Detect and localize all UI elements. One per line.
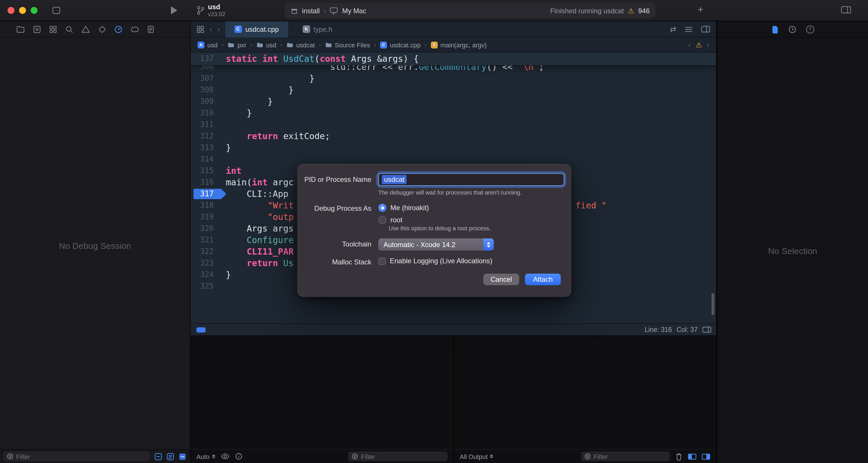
- previous-issue-button[interactable]: ‹: [688, 41, 690, 48]
- editor-scrollbar[interactable]: [712, 293, 714, 315]
- debug-process-as-label: Debug Process As: [298, 204, 371, 212]
- selected-text: usdcat: [382, 175, 407, 184]
- destination-name[interactable]: My Mac: [342, 7, 366, 15]
- report-navigator-icon[interactable]: [147, 25, 154, 33]
- navigator-filter-field[interactable]: Filter: [3, 452, 150, 461]
- line-number[interactable]: 307: [191, 73, 218, 84]
- close-window-button[interactable]: [7, 7, 14, 14]
- run-button[interactable]: [171, 6, 177, 14]
- toolchain-popup[interactable]: Automatic - Xcode 14.2: [378, 238, 494, 251]
- find-navigator-icon[interactable]: [65, 25, 73, 33]
- swap-editor-icon[interactable]: ⇄: [670, 25, 676, 33]
- line-number[interactable]: 315: [191, 165, 218, 177]
- test-navigator-icon[interactable]: [98, 25, 106, 33]
- code-text: }: [218, 84, 294, 96]
- add-tab-button[interactable]: +: [698, 4, 704, 15]
- code-text: Configure: [218, 234, 294, 246]
- line-number[interactable]: 318: [191, 200, 218, 211]
- cursor-col-indicator: Col: 37: [677, 326, 698, 333]
- code-text: [218, 280, 226, 292]
- adjust-editor-icon[interactable]: [684, 26, 693, 33]
- breadcrumb-function[interactable]: fmain(argc, argv): [431, 41, 487, 48]
- tab-overview-icon[interactable]: [52, 6, 61, 14]
- filter-flagged-button[interactable]: [154, 452, 162, 460]
- line-number[interactable]: 319: [191, 211, 218, 223]
- variables-filter-field[interactable]: Filter: [348, 452, 447, 461]
- history-inspector-icon[interactable]: [788, 25, 796, 33]
- variables-scope-popup[interactable]: Auto: [196, 453, 215, 460]
- console-pane-toggle-icon[interactable]: [702, 453, 710, 460]
- pid-caption: The debugger will wait for processes tha…: [378, 189, 522, 196]
- line-number[interactable]: 323: [191, 258, 218, 269]
- minimap-toggle-icon[interactable]: [702, 326, 712, 333]
- line-number[interactable]: 313: [191, 142, 218, 154]
- project-version: v23.02: [208, 11, 225, 18]
- filter-placeholder: Filter: [16, 453, 30, 460]
- next-issue-button[interactable]: ›: [707, 41, 709, 48]
- line-number[interactable]: 308: [191, 84, 218, 96]
- debug-navigator-icon[interactable]: [114, 25, 122, 33]
- malloc-logging-checkbox[interactable]: [378, 258, 386, 265]
- filter-crashed-button[interactable]: [179, 452, 187, 460]
- console-scope-popup[interactable]: All Output: [460, 453, 494, 460]
- breadcrumb-source-files[interactable]: Source Files: [325, 41, 370, 48]
- back-button[interactable]: ‹: [210, 25, 212, 33]
- info-icon[interactable]: [235, 453, 242, 460]
- quick-help-inspector-icon[interactable]: ?: [806, 25, 814, 33]
- line-number[interactable]: 322: [191, 246, 218, 258]
- project-icon: A: [197, 41, 205, 48]
- filter-recent-button[interactable]: [166, 452, 175, 460]
- line-number[interactable]: 321: [191, 234, 218, 246]
- toolchain-value: Automatic - Xcode 14.2: [383, 240, 455, 249]
- cancel-button[interactable]: Cancel: [484, 274, 519, 285]
- variables-pane-toggle-icon[interactable]: [688, 453, 696, 460]
- scheme-icon: [290, 7, 298, 14]
- add-editor-icon[interactable]: [701, 25, 710, 33]
- forward-button[interactable]: ›: [217, 25, 220, 33]
- sticky-line-code: static int UsdCat(const Args &args) {: [218, 53, 419, 65]
- instruction-pointer-line-number[interactable]: 317: [191, 188, 218, 200]
- line-number[interactable]: 325: [191, 280, 218, 292]
- radio-root[interactable]: root: [378, 216, 402, 224]
- breadcrumb-project[interactable]: Ausd: [197, 41, 218, 48]
- project-navigator-icon[interactable]: [16, 25, 25, 33]
- line-number[interactable]: 311: [191, 119, 218, 130]
- zoom-window-button[interactable]: [31, 7, 37, 14]
- warning-count-badge[interactable]: 946: [638, 7, 650, 15]
- code-text: CLI11_PAR: [218, 246, 294, 258]
- file-inspector-icon[interactable]: [771, 25, 778, 33]
- breakpoints-toggle[interactable]: [196, 327, 206, 332]
- tab-usdcat-cpp[interactable]: C usdcat.cpp: [225, 21, 288, 37]
- code-text: }: [218, 96, 273, 107]
- issue-navigator-icon[interactable]: [82, 25, 90, 33]
- breadcrumb-folder-pxr[interactable]: pxr: [227, 41, 246, 48]
- breadcrumb-folder-usdcat[interactable]: usdcat: [286, 41, 315, 48]
- line-number[interactable]: 314: [191, 154, 218, 165]
- sticky-declaration-line: 137 static int UsdCat(const Args &args) …: [191, 53, 716, 65]
- clear-console-trash-icon[interactable]: [675, 452, 683, 460]
- line-number[interactable]: 309: [191, 96, 218, 107]
- breakpoint-navigator-icon[interactable]: [130, 26, 139, 33]
- line-number[interactable]: 320: [191, 223, 218, 234]
- editor-layout-icon[interactable]: [841, 6, 851, 14]
- source-control-navigator-icon[interactable]: [33, 25, 41, 33]
- radio-me[interactable]: Me (hiroakit): [378, 204, 429, 212]
- line-number[interactable]: 316: [191, 177, 218, 188]
- symbol-navigator-icon[interactable]: [49, 25, 57, 33]
- line-number[interactable]: 324: [191, 269, 218, 280]
- code-text: "outp: [218, 211, 294, 223]
- attach-button[interactable]: Attach: [525, 274, 561, 285]
- breadcrumb-file[interactable]: Cusdcat.cpp: [380, 41, 421, 48]
- related-items-icon[interactable]: [196, 25, 205, 33]
- breadcrumb-separator: ›: [425, 41, 427, 48]
- breadcrumb-folder-usd[interactable]: usd: [256, 41, 276, 48]
- tab-type-h[interactable]: h type.h: [293, 21, 341, 37]
- memory-eye-icon[interactable]: [220, 453, 229, 460]
- scheme-project-info[interactable]: usd v23.02: [196, 3, 225, 18]
- pid-input[interactable]: usdcat: [378, 173, 564, 186]
- line-number[interactable]: 312: [191, 130, 218, 142]
- line-number[interactable]: 310: [191, 107, 218, 119]
- minimize-window-button[interactable]: [19, 7, 26, 14]
- scheme-name[interactable]: install: [302, 7, 320, 15]
- console-filter-field[interactable]: Filter: [581, 452, 670, 461]
